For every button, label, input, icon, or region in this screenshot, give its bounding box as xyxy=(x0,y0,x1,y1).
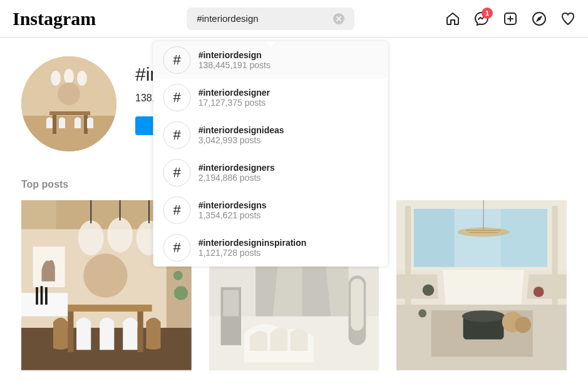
result-tag: #interiordesigns xyxy=(199,200,267,210)
hashtag-icon: # xyxy=(163,234,191,262)
svg-point-7 xyxy=(51,71,61,86)
close-icon xyxy=(336,16,341,21)
instagram-logo[interactable]: Instagram xyxy=(13,8,96,29)
hashtag-icon: # xyxy=(163,196,191,224)
home-icon[interactable] xyxy=(445,11,460,26)
search-result-item[interactable]: # #interiordesigninspiration 1,121,728 p… xyxy=(153,229,388,267)
search-dropdown: # #interiordesign 138,445,191 posts # #i… xyxy=(153,41,388,267)
result-count: 2,194,886 posts xyxy=(199,173,275,183)
result-count: 1,354,621 posts xyxy=(199,210,267,220)
svg-point-49 xyxy=(515,317,531,333)
svg-rect-38 xyxy=(351,278,363,330)
svg-rect-4 xyxy=(49,111,90,115)
svg-point-18 xyxy=(78,220,104,255)
svg-rect-17 xyxy=(137,312,143,352)
header: Instagram # #interiordesign 138,445,191 … xyxy=(0,0,588,38)
svg-point-57 xyxy=(534,287,544,297)
result-tag: #interiordesignideas xyxy=(199,125,284,135)
svg-rect-15 xyxy=(62,305,152,312)
svg-rect-26 xyxy=(21,293,68,316)
svg-rect-42 xyxy=(414,209,455,267)
svg-rect-3 xyxy=(21,116,116,151)
messenger-icon[interactable]: 1 xyxy=(474,11,489,26)
result-count: 17,127,375 posts xyxy=(199,98,270,108)
explore-icon[interactable] xyxy=(532,11,547,26)
notification-badge: 1 xyxy=(482,8,493,19)
svg-rect-43 xyxy=(501,209,547,267)
hashtag-icon: # xyxy=(163,121,191,149)
hashtag-icon: # xyxy=(163,46,191,74)
svg-point-19 xyxy=(107,218,133,253)
search-result-item[interactable]: # #interiordesignideas 3,042,993 posts xyxy=(153,116,388,154)
svg-rect-16 xyxy=(68,312,73,352)
new-post-icon[interactable] xyxy=(503,11,518,26)
search-result-item[interactable]: # #interiordesigners 2,194,886 posts xyxy=(153,154,388,191)
svg-rect-27 xyxy=(36,287,38,305)
svg-point-31 xyxy=(173,271,183,280)
clear-search-button[interactable] xyxy=(333,13,344,24)
result-tag: #interiordesigner xyxy=(199,88,270,98)
svg-point-56 xyxy=(423,284,435,296)
result-tag: #interiordesign xyxy=(199,50,271,60)
result-count: 3,042,993 posts xyxy=(199,135,284,145)
svg-rect-55 xyxy=(552,206,558,305)
svg-point-9 xyxy=(77,71,87,86)
search-wrapper: # #interiordesign 138,445,191 posts # #i… xyxy=(121,8,420,30)
search-result-item[interactable]: # #interiordesigns 1,354,621 posts xyxy=(153,191,388,229)
svg-point-47 xyxy=(462,310,505,322)
svg-rect-28 xyxy=(41,286,43,305)
result-tag: #interiordesigninspiration xyxy=(199,238,307,248)
hashtag-avatar xyxy=(21,56,116,151)
svg-rect-13 xyxy=(56,200,155,229)
search-box[interactable] xyxy=(187,8,354,30)
result-tag: #interiordesigners xyxy=(199,163,275,173)
result-count: 1,121,728 posts xyxy=(199,248,307,258)
hashtag-icon: # xyxy=(163,84,191,111)
activity-icon[interactable] xyxy=(560,11,575,26)
svg-rect-54 xyxy=(405,206,411,305)
search-result-item[interactable]: # #interiordesigner 17,127,375 posts xyxy=(153,79,388,116)
svg-point-24 xyxy=(83,253,127,297)
svg-rect-5 xyxy=(53,115,56,134)
svg-point-32 xyxy=(174,286,188,300)
nav-icons: 1 xyxy=(445,11,575,26)
svg-point-10 xyxy=(58,83,80,105)
post-thumbnail[interactable] xyxy=(396,200,567,370)
hashtag-icon: # xyxy=(163,159,191,186)
svg-point-58 xyxy=(419,309,427,317)
svg-rect-36 xyxy=(223,290,239,317)
result-count: 138,445,191 posts xyxy=(199,60,271,70)
search-input[interactable] xyxy=(197,13,333,24)
svg-point-8 xyxy=(64,69,74,84)
svg-rect-29 xyxy=(45,287,48,305)
